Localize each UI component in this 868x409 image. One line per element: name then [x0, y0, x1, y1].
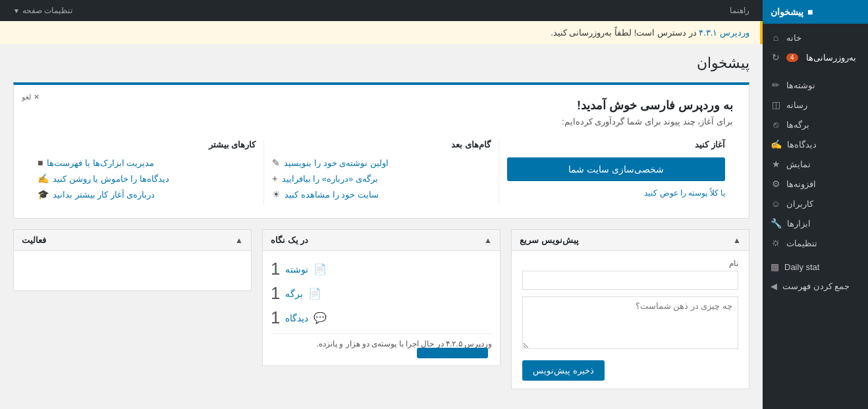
sidebar-item-plugins[interactable]: افزونه‌ها ⚙: [763, 174, 868, 194]
glance-divider: [271, 333, 492, 334]
sidebar-item-home[interactable]: خانه ⌂: [763, 28, 868, 47]
at-a-glance-panel: ▲ در یک نگاه 📄 نوشته 1 📄 برگه 1: [262, 229, 501, 366]
customize-button[interactable]: شخصی‌سازی سایت شما: [507, 157, 725, 181]
glance-posts-row: 📄 نوشته 1: [271, 259, 492, 279]
media-icon: ◫: [771, 99, 781, 110]
posts-stat-icon: 📄: [313, 263, 327, 275]
quick-draft-toggle[interactable]: ▲: [733, 236, 741, 245]
posts-icon: ✏: [771, 80, 781, 90]
collapse-icon: ◀: [771, 281, 777, 291]
comments-toggle-icon: ✍: [38, 173, 49, 184]
activity-body: [14, 251, 251, 290]
more-col-title: کارهای بیشتر: [38, 140, 256, 150]
quick-draft-body: نام ذخیره پیش‌نویس: [512, 251, 749, 389]
page-settings-button[interactable]: تنظیمات صفحه ▼: [8, 3, 78, 18]
home-icon: ⌂: [771, 32, 781, 43]
activity-header: ▲ فعالیت: [14, 230, 251, 251]
close-icon: ✕: [34, 93, 40, 101]
appearance-label: نمایش: [786, 159, 811, 169]
sidebar-item-appearance[interactable]: نمایش ★: [763, 154, 868, 174]
pages-label: برگه‌ها: [786, 120, 809, 130]
classic-link[interactable]: یا کلاً پوسته را عوض کنید: [644, 188, 725, 198]
sidebar-header[interactable]: ■ پیشخوان: [763, 0, 868, 24]
more-actions-list: مدیریت ابزارک‌ها یا فهرست‌ها ■ دیدگاه‌ها…: [38, 157, 256, 200]
welcome-col-next: گام‌های بعد اولین نوشته‌ی خود را بنویسید…: [263, 140, 498, 205]
plugins-label: افزونه‌ها: [786, 179, 816, 189]
manage-widgets-link[interactable]: مدیریت ابزارک‌ها یا فهرست‌ها: [47, 158, 154, 168]
page-settings-label: تنظیمات صفحه: [22, 6, 72, 15]
daily-stat-icon: ▩: [771, 261, 779, 272]
list-item: دیدگاه‌ها را خاموش یا روشن کنید ✍: [38, 173, 256, 184]
collapse-label: جمع کردن فهرست: [782, 281, 850, 291]
panels-row: ▲ پیش‌نویس سریع نام ذخیره پیش‌نویس: [13, 229, 749, 389]
view-site-link[interactable]: سایت خود را مشاهده کنید: [285, 190, 378, 200]
sidebar-item-updates[interactable]: به‌روزرسانی‌ها 4 ↻: [763, 47, 868, 67]
welcome-title: به وردپرس فارسی خوش آمدید!: [30, 98, 733, 113]
daily-stat-label: Daily stat: [784, 262, 819, 272]
glance-header: ▲ در یک نگاه: [263, 230, 500, 251]
next-col-title: گام‌های بعد: [272, 140, 490, 150]
welcome-close-button[interactable]: ✕ لغو: [22, 93, 40, 101]
save-draft-button[interactable]: ذخیره پیش‌نویس: [522, 360, 605, 381]
help-button[interactable]: راهنما: [724, 3, 755, 18]
comments-icon: ✍: [771, 139, 782, 150]
comments-stat-number: 1: [271, 308, 280, 328]
draft-content-input[interactable]: [522, 296, 738, 349]
sidebar-item-users[interactable]: کاربران ☺: [763, 194, 868, 213]
sidebar-item-tools[interactable]: ابزارها 🔧: [763, 213, 868, 233]
toggle-comments-link[interactable]: دیدگاه‌ها را خاموش یا روشن کنید: [53, 174, 169, 184]
pages-stat-icon: 📄: [308, 287, 321, 300]
glance-pages-row: 📄 برگه 1: [271, 283, 492, 304]
sidebar-item-media[interactable]: رسانه ◫: [763, 95, 868, 115]
dashboard-icon: ■: [807, 7, 813, 17]
posts-stat-label[interactable]: نوشته: [285, 264, 308, 275]
sidebar-item-settings[interactable]: تنظیمات ⛭: [763, 233, 868, 253]
topbar: راهنما تنظیمات صفحه ▼: [0, 0, 763, 21]
next-steps-list: اولین نوشته‌ی خود را بنویسید ✎ برگه‌ی «د…: [272, 157, 490, 200]
update-text: در دسترس است! لطفاً به‌روزرسانی کنید.: [551, 28, 696, 38]
about-page-link[interactable]: برگه‌ی «درباره» را بیافرایید: [282, 174, 378, 184]
learn-more-link[interactable]: درباره‌ی آغاز کار بیشتر بدانید: [53, 190, 155, 200]
comments-stat-label[interactable]: دیدگاه: [285, 313, 308, 323]
users-label: کاربران: [786, 199, 813, 209]
write-post-link[interactable]: اولین نوشته‌ی خود را بنویسید: [284, 158, 388, 168]
sidebar-item-comments[interactable]: دیدگاه‌ها ✍: [763, 134, 868, 154]
comments-label: دیدگاه‌ها: [787, 140, 817, 150]
activity-panel: ▲ فعالیت: [13, 229, 252, 291]
sidebar-item-posts[interactable]: نوشته‌ها ✏: [763, 75, 868, 95]
glance-title: در یک نگاه: [271, 235, 308, 245]
name-field-row: نام: [522, 259, 738, 290]
tools-label: ابزارها: [787, 219, 811, 229]
posts-label: نوشته‌ها: [786, 80, 815, 90]
update-notice: وردپرس ۴.۳.۱ در دسترس است! لطفاً به‌روزر…: [0, 21, 763, 44]
sidebar-collapse-item[interactable]: جمع کردن فهرست ◀: [763, 277, 868, 296]
sidebar: ■ پیشخوان خانه ⌂ به‌روزرسانی‌ها 4 ↻ نوشت…: [763, 0, 868, 409]
quick-draft-header: ▲ پیش‌نویس سریع: [512, 230, 749, 251]
glance-version: وردپرس ۴.۲.۵ در حال اجرا با پوسته‌ی دو ه…: [271, 339, 492, 358]
learn-icon: 🎓: [38, 189, 49, 200]
glance-comments-row: 💬 دیدگاه 1: [271, 308, 492, 328]
pages-stat-label[interactable]: برگه: [285, 288, 303, 299]
sidebar-section-content: نوشته‌ها ✏ رسانه ◫ برگه‌ها ⎋ دیدگاه‌ها ✍…: [763, 71, 868, 257]
topbar-left: راهنما: [724, 3, 755, 18]
appearance-icon: ★: [771, 159, 781, 169]
quick-draft-panel: ▲ پیش‌نویس سریع نام ذخیره پیش‌نویس: [511, 229, 749, 389]
pages-stat-number: 1: [271, 283, 280, 304]
updates-badge: 4: [786, 53, 798, 62]
glance-toggle[interactable]: ▲: [484, 236, 492, 245]
welcome-col-start: آغاز کنید شخصی‌سازی سایت شما یا کلاً پوس…: [499, 140, 733, 205]
activity-toggle[interactable]: ▲: [235, 236, 243, 245]
draft-name-input[interactable]: [522, 271, 738, 290]
tools-icon: 🔧: [771, 218, 782, 229]
list-item: مدیریت ابزارک‌ها یا فهرست‌ها ■: [38, 157, 256, 168]
list-item: برگه‌ی «درباره» را بیافرایید +: [272, 173, 490, 184]
updates-label: به‌روزرسانی‌ها: [806, 53, 856, 63]
quick-draft-title: پیش‌نویس سریع: [520, 235, 579, 245]
glance-update-link[interactable]: به‌روزرسانی به ۴.۳.۱: [417, 348, 488, 358]
sidebar-item-daily-stat[interactable]: Daily stat ▩: [763, 257, 868, 277]
sidebar-item-pages[interactable]: برگه‌ها ⎋: [763, 115, 868, 134]
write-icon: ✎: [272, 157, 280, 168]
update-link[interactable]: وردپرس ۴.۳.۱: [699, 28, 749, 38]
glance-body: 📄 نوشته 1 📄 برگه 1 💬 دیدگاه 1: [263, 251, 500, 366]
start-col-title: آغاز کنید: [507, 140, 725, 150]
